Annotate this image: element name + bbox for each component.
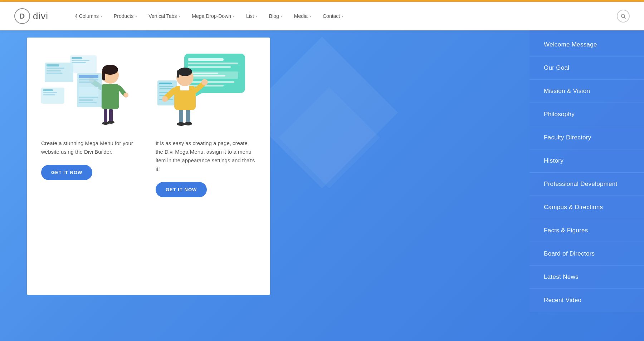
svg-rect-27: [102, 70, 105, 80]
svg-point-55: [177, 122, 185, 126]
svg-point-61: [201, 79, 208, 85]
svg-rect-54: [186, 108, 190, 123]
sidebar-item-philosophy[interactable]: Philosophy: [530, 103, 644, 126]
chevron-down-icon: ▾: [233, 14, 235, 18]
svg-rect-14: [72, 62, 86, 63]
sidebar-item-welcome-message[interactable]: Welcome Message: [530, 30, 644, 56]
logo-icon: D: [14, 8, 30, 24]
mega-menu-card: Create a stunning Mega Menu for your web…: [27, 38, 270, 295]
svg-rect-20: [101, 84, 119, 109]
chevron-down-icon: ▾: [256, 14, 258, 18]
sidebar-item-history[interactable]: History: [530, 149, 644, 173]
site-logo[interactable]: D divi: [14, 8, 48, 24]
chevron-down-icon: ▾: [342, 14, 343, 18]
svg-rect-32: [79, 87, 98, 96]
svg-rect-33: [79, 97, 98, 98]
svg-rect-8: [43, 89, 53, 91]
illustration-2: [156, 52, 256, 130]
svg-rect-5: [47, 70, 61, 71]
svg-line-1: [624, 17, 626, 19]
chevron-down-icon: ▾: [179, 14, 180, 18]
sidebar-item-recent-video[interactable]: Recent Video: [530, 289, 644, 312]
nav-item-vertical-tabs[interactable]: Vertical Tabs ▾: [143, 10, 185, 22]
card-column-1: Create a stunning Mega Menu for your web…: [41, 52, 141, 281]
main-navbar: D divi 4 Columns ▾ Products ▾ Vertical T…: [0, 2, 644, 30]
svg-rect-47: [159, 83, 172, 84]
svg-rect-3: [47, 64, 59, 66]
svg-rect-43: [190, 75, 225, 76]
svg-rect-35: [79, 102, 97, 103]
svg-rect-30: [79, 79, 98, 80]
sidebar-item-board-of-directors[interactable]: Board of Directors: [530, 242, 644, 266]
chevron-down-icon: ▾: [135, 14, 137, 18]
chevron-down-icon: ▾: [281, 14, 283, 18]
svg-point-64: [178, 68, 192, 76]
nav-item-products[interactable]: Products ▾: [109, 10, 142, 22]
svg-rect-16: [104, 109, 107, 123]
sidebar-item-our-goal[interactable]: Our Goal: [530, 56, 644, 80]
svg-rect-9: [43, 92, 57, 93]
svg-rect-49: [159, 88, 172, 89]
svg-rect-38: [188, 58, 224, 61]
nav-item-4-columns[interactable]: 4 Columns ▾: [70, 10, 107, 22]
sidebar-item-professional-development[interactable]: Professional Development: [530, 173, 644, 196]
nav-item-contact[interactable]: Contact ▾: [318, 10, 348, 22]
logo-text: divi: [33, 11, 48, 22]
svg-rect-53: [179, 109, 183, 124]
svg-rect-34: [79, 99, 93, 101]
nav-item-media[interactable]: Media ▾: [289, 10, 316, 22]
get-it-now-button-1[interactable]: GET IT NOW: [41, 165, 92, 180]
svg-rect-6: [47, 73, 63, 74]
svg-rect-31: [79, 81, 93, 83]
nav-menu: 4 Columns ▾ Products ▾ Vertical Tabs ▾ M…: [70, 10, 617, 22]
card-2-text: It is as easy as creating a page, create…: [156, 139, 256, 173]
mega-menu-sidebar: Welcome Message Our Goal Mission & Visio…: [530, 30, 644, 312]
svg-rect-65: [177, 70, 179, 78]
svg-rect-40: [188, 66, 231, 68]
svg-point-24: [123, 93, 128, 98]
nav-item-mega-drop-down[interactable]: Mega Drop-Down ▾: [187, 10, 240, 22]
svg-rect-10: [43, 94, 55, 95]
sidebar-item-latest-news[interactable]: Latest News: [530, 266, 644, 289]
nav-item-list[interactable]: List ▾: [241, 10, 263, 22]
chevron-down-icon: ▾: [309, 14, 311, 18]
chevron-down-icon: ▾: [101, 14, 102, 18]
nav-item-blog[interactable]: Blog ▾: [264, 10, 288, 22]
svg-rect-12: [72, 57, 82, 59]
sidebar-item-faculty-directory[interactable]: Faculty Directory: [530, 126, 644, 149]
card-1-text: Create a stunning Mega Menu for your web…: [41, 139, 141, 156]
illustration-1: [41, 52, 141, 130]
search-button[interactable]: [617, 10, 630, 23]
svg-rect-4: [47, 68, 64, 69]
svg-rect-42: [190, 73, 218, 74]
card-column-2: It is as easy as creating a page, create…: [156, 52, 256, 281]
svg-point-0: [621, 14, 625, 18]
svg-rect-44: [188, 81, 234, 83]
svg-rect-13: [72, 60, 89, 61]
svg-rect-17: [109, 109, 113, 122]
svg-rect-29: [79, 75, 98, 78]
main-content-area: Create a stunning Mega Menu for your web…: [0, 30, 644, 341]
svg-point-19: [107, 121, 114, 124]
sidebar-item-campus-directions[interactable]: Campus & Directions: [530, 196, 644, 219]
sidebar-item-facts-figures[interactable]: Facts & Figures: [530, 219, 644, 242]
svg-rect-48: [159, 86, 174, 87]
sidebar-item-mission-vision[interactable]: Mission & Vision: [530, 80, 644, 103]
svg-point-56: [184, 122, 192, 125]
svg-rect-39: [188, 63, 238, 64]
svg-point-62: [162, 96, 168, 102]
get-it-now-button-2[interactable]: GET IT NOW: [156, 182, 207, 197]
